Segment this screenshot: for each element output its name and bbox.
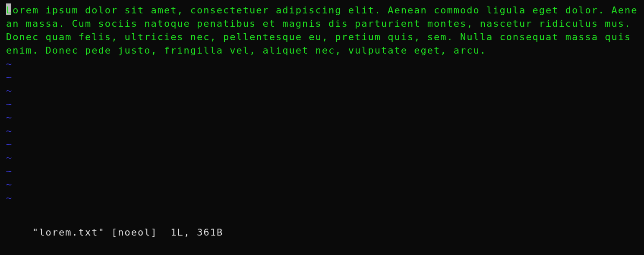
tilde-marker: ~ <box>6 57 638 70</box>
buffer-content[interactable]: Lorem ipsum dolor sit amet, consectetuer… <box>6 3 638 57</box>
empty-line-markers: ~~~~~~~~~~~ <box>6 57 638 204</box>
tilde-marker: ~ <box>6 70 638 84</box>
status-filename: "lorem.txt" <box>32 227 105 238</box>
status-lines: 1L, <box>170 227 190 238</box>
status-flags: [noeol] <box>111 227 158 238</box>
tilde-marker: ~ <box>6 191 638 204</box>
status-line: "lorem.txt" [noeol] 1L, 361B <box>6 212 223 252</box>
tilde-marker: ~ <box>6 178 638 191</box>
tilde-marker: ~ <box>6 137 638 151</box>
tilde-marker: ~ <box>6 164 638 178</box>
vim-editor[interactable]: Lorem ipsum dolor sit amet, consectetuer… <box>0 0 644 255</box>
tilde-marker: ~ <box>6 97 638 111</box>
tilde-marker: ~ <box>6 84 638 97</box>
tilde-marker: ~ <box>6 124 638 137</box>
tilde-marker: ~ <box>6 151 638 164</box>
tilde-marker: ~ <box>6 111 638 124</box>
status-bytes: 361B <box>197 227 223 238</box>
